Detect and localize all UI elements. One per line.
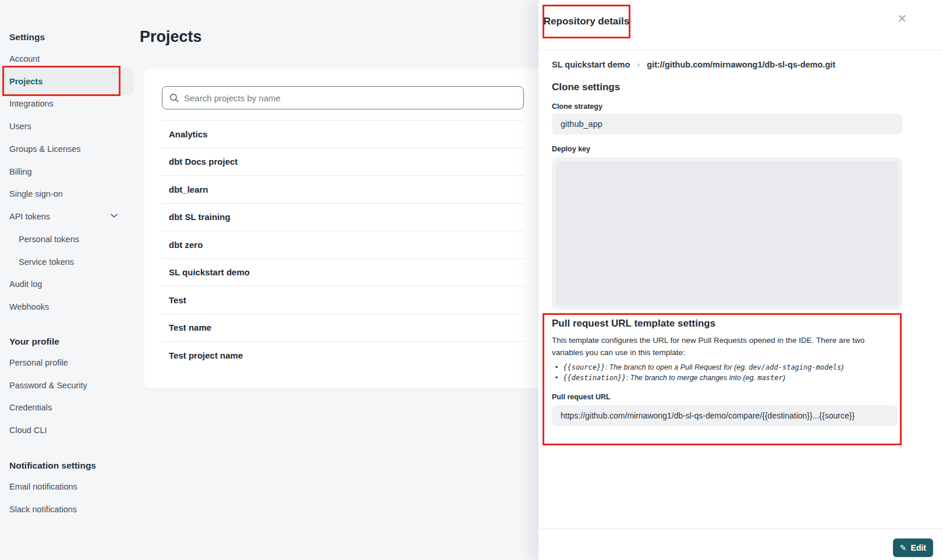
edit-button-label: Edit — [911, 543, 926, 552]
breadcrumb: SL quickstart demo › git://github.com/mi… — [552, 59, 835, 69]
sidebar-item-projects-label: Projects — [9, 77, 42, 86]
close-icon[interactable]: ✕ — [897, 13, 907, 24]
pencil-icon: ✎ — [900, 543, 907, 552]
project-row-test-project-name[interactable]: Test project name — [162, 341, 524, 369]
repository-details-panel: Repository details ✕ SL quickstart demo … — [538, 0, 943, 560]
source-variable-text: : The branch to open a Pull Request for … — [605, 363, 749, 371]
destination-variable-code: {{destination}} — [563, 374, 626, 382]
sidebar-item-groups-licenses[interactable]: Groups & Licenses — [9, 144, 81, 154]
sidebar-item-integrations[interactable]: Integrations — [9, 99, 54, 108]
destination-variable-suffix: ) — [783, 374, 785, 382]
chevron-right-icon: › — [637, 59, 640, 69]
panel-title: Repository details — [544, 16, 629, 27]
sidebar-item-users[interactable]: Users — [9, 122, 31, 131]
chevron-down-icon[interactable] — [109, 211, 119, 220]
panel-header: Repository details ✕ — [538, 0, 943, 50]
pull-request-description: This template configures the URL for new… — [552, 335, 893, 359]
project-row-sl-quickstart-demo[interactable]: SL quickstart demo — [162, 258, 524, 286]
project-row-dbt-docs-project[interactable]: dbt Docs project — [162, 148, 524, 176]
settings-sidebar: Settings Account Projects Integrations U… — [0, 0, 140, 560]
edit-button[interactable]: ✎ Edit — [893, 538, 933, 557]
clone-settings-heading: Clone settings — [552, 81, 620, 93]
page-title: Projects — [140, 28, 202, 46]
project-row-dbt-zero[interactable]: dbt zero — [162, 231, 524, 258]
project-row-test-name[interactable]: Test name — [162, 314, 524, 342]
breadcrumb-repo-url: git://github.com/mirnawong1/db-sl-qs-dem… — [647, 60, 835, 69]
annotation-box-repository-details: Repository details — [543, 5, 630, 38]
sidebar-heading-your-profile: Your profile — [9, 336, 59, 347]
project-search — [162, 86, 524, 109]
sidebar-item-single-sign-on[interactable]: Single sign-on — [9, 189, 63, 199]
pull-request-url-label: Pull request URL — [552, 393, 893, 401]
pull-request-template-section: Pull request URL template settings This … — [552, 318, 893, 426]
sidebar-item-cloud-cli[interactable]: Cloud CLI — [9, 426, 47, 435]
deploy-key-field — [552, 157, 902, 310]
search-input[interactable] — [184, 93, 516, 103]
pull-request-url-value: https://github.com/mirnawong1/db-sl-qs-d… — [552, 405, 898, 426]
deploy-key-redacted-value — [556, 161, 898, 306]
source-variable-code: {{source}} — [563, 363, 605, 371]
sidebar-item-personal-tokens[interactable]: Personal tokens — [19, 235, 79, 244]
search-icon — [169, 93, 179, 103]
sidebar-item-billing[interactable]: Billing — [9, 167, 32, 176]
sidebar-item-credentials[interactable]: Credentials — [9, 403, 52, 412]
project-row-test[interactable]: Test — [162, 286, 524, 314]
destination-variable-text: : The branch to merge changes into (eg. — [626, 374, 758, 382]
sidebar-item-api-tokens[interactable]: API tokens — [9, 212, 50, 221]
clone-strategy-label: Clone strategy — [552, 102, 602, 111]
project-row-analytics[interactable]: Analytics — [162, 120, 524, 148]
source-variable-example: dev/add-staging-models — [749, 363, 841, 371]
breadcrumb-project-name: SL quickstart demo — [552, 60, 630, 69]
sidebar-heading-notification-settings: Notification settings — [9, 460, 96, 471]
variable-destination-item: {{destination}}: The branch to merge cha… — [552, 373, 893, 383]
sidebar-item-projects[interactable]: Projects — [0, 68, 134, 95]
source-variable-suffix: ) — [841, 363, 843, 371]
sidebar-item-slack-notifications[interactable]: Slack notifications — [9, 505, 77, 514]
pull-request-variable-list: {{source}}: The branch to open a Pull Re… — [552, 362, 893, 384]
sidebar-item-audit-log[interactable]: Audit log — [9, 279, 42, 289]
clone-strategy-value: github_app — [552, 114, 902, 134]
sidebar-item-password-security[interactable]: Password & Security — [9, 381, 87, 390]
destination-variable-example: master — [757, 374, 782, 382]
project-row-dbt-sl-training[interactable]: dbt SL training — [162, 203, 524, 231]
sidebar-item-webhooks[interactable]: Webhooks — [9, 302, 49, 311]
projects-card: Analytics dbt Docs project dbt_learn dbt… — [144, 69, 587, 388]
sidebar-item-email-notifications[interactable]: Email notifications — [9, 482, 77, 491]
sidebar-item-personal-profile[interactable]: Personal profile — [9, 358, 68, 367]
project-list: Analytics dbt Docs project dbt_learn dbt… — [162, 120, 524, 369]
variable-source-item: {{source}}: The branch to open a Pull Re… — [552, 362, 893, 373]
sidebar-item-account[interactable]: Account — [9, 54, 40, 63]
pull-request-section-heading: Pull request URL template settings — [552, 318, 893, 329]
sidebar-heading-settings: Settings — [9, 32, 45, 42]
panel-footer: ✎ Edit — [538, 529, 943, 560]
deploy-key-label: Deploy key — [552, 145, 590, 153]
project-row-dbt-learn[interactable]: dbt_learn — [162, 175, 524, 203]
sidebar-item-service-tokens[interactable]: Service tokens — [19, 257, 74, 267]
